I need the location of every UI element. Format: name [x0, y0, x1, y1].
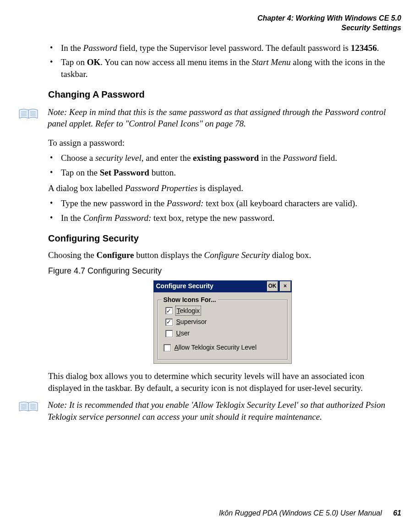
note-text: Note: It is recommended that you enable …	[48, 399, 397, 422]
top-bullet-list: In the Password field, type the Supervis…	[48, 42, 397, 80]
checkbox-unchecked-icon[interactable]	[164, 344, 171, 351]
book-icon	[18, 107, 38, 123]
list-item: Choose a security level, and enter the e…	[48, 152, 397, 164]
list-item: In the Confirm Password: text box, retyp…	[48, 212, 397, 224]
assign-intro: To assign a password:	[48, 137, 397, 149]
list-item: Tap on OK. You can now access all menu i…	[48, 56, 397, 80]
assign-bullet-list: Choose a security level, and enter the e…	[48, 152, 397, 178]
checkbox-unchecked-icon[interactable]	[165, 330, 173, 337]
figure-caption: Figure 4.7 Configuring Security	[48, 265, 397, 276]
supervisor-option[interactable]: ✓ Supervisor	[165, 318, 283, 326]
list-item: In the Password field, type the Supervis…	[48, 42, 397, 54]
changing-password-heading: Changing A Password	[48, 88, 397, 101]
user-option[interactable]: User	[165, 329, 283, 338]
dialog-intro: A dialog box labelled Password Propertie…	[48, 182, 397, 194]
dialog-bullet-list: Type the new password in the Password: t…	[48, 197, 397, 224]
teklogix-label: Teklogix	[176, 307, 201, 315]
ok-button[interactable]: OK	[267, 281, 278, 291]
dialog-titlebar: Configure Security OK ×	[153, 280, 292, 292]
configure-security-dialog: Configure Security OK × Show Icons For..…	[153, 280, 292, 364]
allow-teklogix-option[interactable]: Allow Teklogix Security Level	[164, 343, 283, 352]
page-number: 61	[393, 509, 401, 517]
section-line: Security Settings	[14, 23, 401, 33]
allow-label: Allow Teklogix Security Level	[175, 343, 257, 352]
list-item: Type the new password in the Password: t…	[48, 197, 397, 209]
note-block: Note: Keep in mind that this is the same…	[48, 106, 397, 130]
checkbox-checked-icon[interactable]: ✓	[165, 307, 173, 314]
checkbox-checked-icon[interactable]: ✓	[165, 318, 173, 326]
list-item: Tap on the Set Password button.	[48, 167, 397, 179]
user-label: User	[176, 329, 190, 338]
page-footer: Ikôn Rugged PDA (Windows CE 5.0) User Ma…	[219, 508, 401, 518]
teklogix-option[interactable]: ✓ Teklogix	[165, 307, 283, 315]
note-text: Note: Keep in mind that this is the same…	[48, 106, 397, 130]
page-header: Chapter 4: Working With Windows CE 5.0 S…	[14, 14, 401, 33]
configure-para: Choosing the Configure button displays t…	[48, 249, 397, 261]
dialog-body: Show Icons For... ✓ Teklogix ✓ Superviso…	[153, 292, 292, 364]
show-icons-groupbox: Show Icons For... ✓ Teklogix ✓ Superviso…	[158, 300, 288, 360]
footer-text: Ikôn Rugged PDA (Windows CE 5.0) User Ma…	[219, 509, 382, 517]
supervisor-label: Supervisor	[176, 318, 207, 326]
groupbox-title: Show Icons For...	[162, 296, 218, 304]
note-block: Note: It is recommended that you enable …	[48, 399, 397, 422]
configuring-security-heading: Configuring Security	[48, 232, 397, 245]
book-icon	[18, 400, 38, 416]
chapter-line: Chapter 4: Working With Windows CE 5.0	[14, 14, 401, 23]
after-dialog-para: This dialog box allows you to determine …	[48, 370, 397, 394]
close-button[interactable]: ×	[280, 281, 291, 291]
dialog-title: Configure Security	[156, 282, 266, 291]
